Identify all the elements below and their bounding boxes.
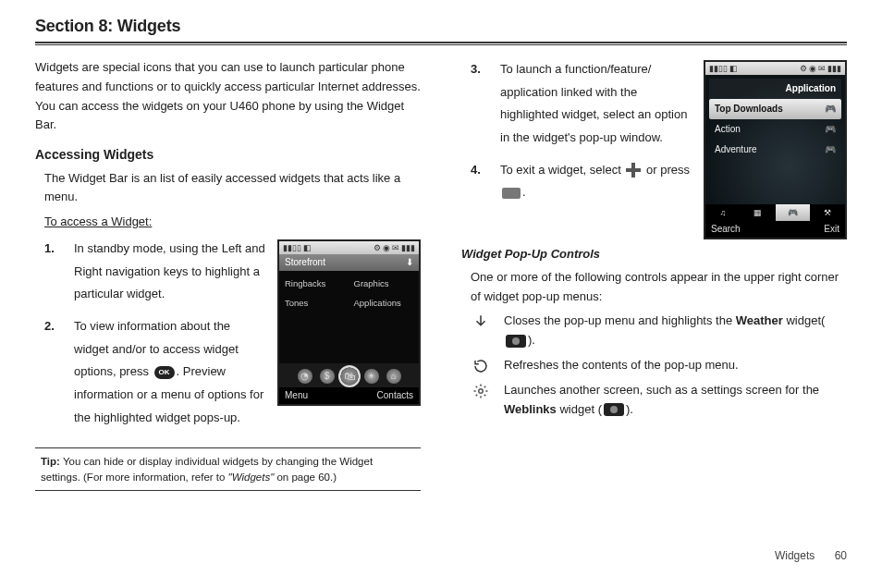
battery-icon: ▮▮▮ — [827, 62, 841, 75]
widget-icon: $ — [320, 369, 335, 384]
storefront-item: Graphics — [354, 276, 414, 290]
weather-widget-icon — [506, 335, 526, 348]
sound-icon: ◉ — [809, 62, 816, 75]
step-number: 1. — [44, 238, 61, 306]
ctrl-refresh-text: Refreshes the contents of the pop-up men… — [504, 356, 847, 375]
softkey-left: Menu — [285, 388, 308, 403]
tip-reference: "Widgets" — [228, 472, 275, 483]
page-footer: Widgets 60 — [775, 549, 847, 562]
end-key-icon — [502, 188, 521, 199]
softkey-left: Search — [711, 222, 741, 237]
category-header: Application — [709, 79, 841, 99]
gear-icon — [471, 381, 491, 399]
app-row-highlighted: Top Downloads🎮 — [709, 99, 841, 119]
step-number: 4. — [471, 159, 487, 204]
ok-button-icon: OK — [154, 366, 175, 379]
bt-icon: ⚙ — [800, 62, 807, 75]
widget-icon-selected: 🛍 — [340, 367, 358, 385]
widget-bar: ◔ $ 🛍 ☀ ⌂ — [279, 363, 419, 387]
signal-icon: ▮▮▯▯ — [283, 241, 301, 254]
step3-text: To launch a function/feature/ applicatio… — [500, 58, 694, 150]
popup-controls-heading: Widget Pop-Up Controls — [461, 245, 847, 264]
accessing-body: The Widget Bar is an list of easily acce… — [44, 169, 421, 208]
step1-text: In standby mode, using the Left and Righ… — [74, 238, 268, 306]
right-column: ▮▮▯▯ ◧ ⚙ ◉ ✉ ▮▮▮ Application Top Downlo — [461, 58, 847, 491]
step2-text: To view information about the widget and… — [74, 315, 268, 429]
msg-icon: ✉ — [818, 62, 826, 75]
popup-body: One or more of the following controls ap… — [471, 268, 847, 307]
close-down-icon — [471, 312, 491, 330]
tab-music-icon: ♫ — [705, 204, 741, 221]
step-number: 3. — [471, 58, 487, 150]
step4-text: To exit a widget, select or press . — [500, 159, 694, 204]
to-access-link: To access a Widget: — [44, 213, 421, 232]
tab-tools-icon: ⚒ — [810, 204, 845, 221]
bt-icon: ⚙ — [374, 241, 381, 254]
widget-icon: ☀ — [364, 369, 379, 384]
tab-bar: ♫ ▦ 🎮 ⚒ — [705, 204, 845, 221]
dpad-icon — [626, 163, 641, 178]
svg-point-0 — [479, 389, 484, 394]
footer-label: Widgets — [775, 549, 815, 562]
left-column: Widgets are special icons that you can u… — [35, 58, 421, 491]
status-bar: ▮▮▯▯ ◧ ⚙ ◉ ✉ ▮▮▮ — [705, 62, 845, 75]
battery-icon: ▮▮▮ — [401, 241, 415, 254]
bars-icon: ◧ — [729, 62, 738, 75]
phone-screenshot-application: ▮▮▯▯ ◧ ⚙ ◉ ✉ ▮▮▮ Application Top Downlo — [704, 60, 847, 239]
refresh-icon — [471, 356, 491, 374]
page-number: 60 — [835, 549, 847, 562]
tip-box: Tip: You can hide or display individual … — [35, 447, 421, 490]
app-row: Action🎮 — [709, 119, 841, 140]
softkey-right: Exit — [824, 222, 839, 237]
tab-picture-icon: ▦ — [741, 204, 776, 221]
tip-text-end: on page 60.) — [276, 472, 337, 483]
msg-icon: ✉ — [392, 241, 399, 254]
accessing-widgets-heading: Accessing Widgets — [35, 144, 421, 165]
section-title: Section 8: Widgets — [35, 17, 847, 36]
phone-screenshot-storefront: ▮▮▯▯ ◧ ⚙ ◉ ✉ ▮▮▮ Storefront ⬇ — [277, 239, 421, 406]
step-number: 2. — [44, 315, 61, 429]
app-row: Adventure🎮 — [709, 140, 841, 160]
storefront-title: Storefront — [285, 255, 325, 270]
controller-icon: 🎮 — [825, 142, 836, 157]
storefront-item: Applications — [354, 296, 414, 310]
bars-icon: ◧ — [303, 241, 312, 254]
widget-icon: ⌂ — [386, 369, 401, 384]
storefront-item: Ringbacks — [285, 276, 345, 290]
controller-icon: 🎮 — [825, 122, 836, 137]
intro-paragraph: Widgets are special icons that you can u… — [35, 58, 421, 135]
status-bar: ▮▮▯▯ ◧ ⚙ ◉ ✉ ▮▮▮ — [279, 241, 419, 254]
softkey-right: Contacts — [377, 388, 413, 403]
down-arrow-icon: ⬇ — [406, 255, 413, 270]
controller-icon: 🎮 — [825, 102, 836, 116]
ctrl-launch-text: Launches another screen, such as a setti… — [504, 381, 847, 420]
rule-top — [35, 42, 847, 43]
storefront-header: Storefront ⬇ — [279, 254, 419, 271]
ctrl-close-text: Closes the pop-up menu and highlights th… — [504, 312, 847, 350]
tab-games-icon: 🎮 — [776, 204, 811, 221]
storefront-item: Tones — [285, 296, 345, 310]
sound-icon: ◉ — [383, 241, 390, 254]
signal-icon: ▮▮▯▯ — [709, 62, 728, 75]
rule-top-thin — [35, 44, 847, 45]
weblinks-widget-icon — [604, 403, 624, 416]
tip-label: Tip: — [41, 456, 60, 467]
widget-icon: ◔ — [298, 369, 312, 384]
